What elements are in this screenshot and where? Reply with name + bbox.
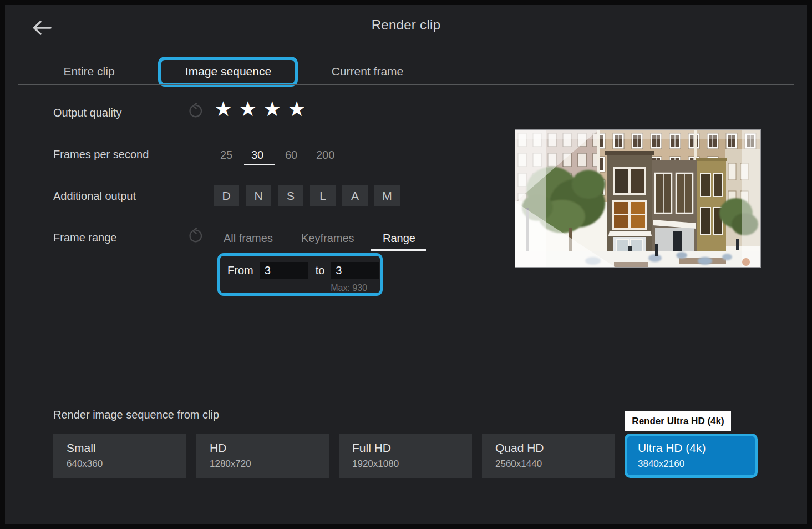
page-title: Render clip (5, 17, 807, 33)
fps-option-200[interactable]: 200 (316, 149, 334, 162)
from-input[interactable] (260, 262, 308, 279)
additional-output-button-d[interactable]: D (214, 185, 239, 206)
frame-range-option-range[interactable]: Range (383, 232, 415, 245)
resolution-name: Small (67, 441, 186, 455)
frame-range-label: Frame range (53, 231, 117, 244)
fps-option-25[interactable]: 25 (220, 149, 232, 162)
from-label: From (227, 264, 253, 277)
resolution-name: Ultra HD (4k) (638, 441, 755, 455)
tab-divider (18, 84, 794, 85)
render-clip-dialog: Render clip Entire clip Image sequence C… (5, 5, 807, 524)
tab-current-frame[interactable]: Current frame (298, 59, 437, 84)
resolution-button-hd[interactable]: HD 1280x720 (196, 434, 329, 478)
resolution-size: 2560x1440 (495, 459, 615, 470)
to-input[interactable] (331, 262, 379, 279)
resolution-name: HD (210, 441, 329, 455)
resolution-name: Quad HD (495, 441, 615, 455)
tab-image-sequence[interactable]: Image sequence (159, 59, 298, 84)
additional-output-label: Additional output (53, 190, 136, 203)
additional-output-button-a[interactable]: A (342, 185, 368, 206)
undo-icon (187, 228, 204, 246)
additional-output-button-n[interactable]: N (246, 185, 271, 206)
resolution-button-ultra-hd[interactable]: Ultra HD (4k) 3840x2160 (625, 434, 758, 478)
frame-range-option-keyframes[interactable]: Keyframes (301, 232, 354, 245)
output-quality-label: Output quality (53, 107, 121, 119)
render-section-label: Render image sequence from clip (53, 409, 219, 421)
preview-image (515, 129, 761, 268)
resolution-button-quad-hd[interactable]: Quad HD 2560x1440 (482, 434, 615, 478)
fps-option-60[interactable]: 60 (285, 149, 297, 162)
star-icon[interactable]: ★ (238, 98, 263, 120)
star-icon[interactable]: ★ (214, 98, 238, 120)
max-frames-hint: Max: 930 (331, 283, 367, 293)
resolution-size: 1920x1080 (352, 459, 472, 470)
resolution-button-full-hd[interactable]: Full HD 1920x1080 (339, 434, 472, 478)
frame-range-option-all-frames[interactable]: All frames (224, 232, 273, 245)
fps-option-30[interactable]: 30 (251, 149, 263, 162)
range-selected-underline (371, 249, 426, 251)
fps-label: Frames per second (53, 148, 149, 161)
star-icon[interactable]: ★ (288, 98, 312, 120)
render-tooltip: Render Ultra HD (4k) (625, 411, 731, 431)
tab-entire-clip[interactable]: Entire clip (19, 59, 159, 84)
output-quality-reset-button[interactable] (186, 103, 204, 121)
frame-range-reset-button[interactable] (186, 228, 204, 246)
undo-icon (187, 103, 204, 122)
resolution-size: 1280x720 (210, 459, 329, 470)
resolution-size: 3840x2160 (638, 459, 755, 470)
to-label: to (316, 264, 325, 277)
additional-output-button-l[interactable]: L (310, 185, 336, 206)
tab-bar: Entire clip Image sequence Current frame (19, 59, 437, 84)
star-icon[interactable]: ★ (263, 98, 287, 120)
star-rating: ★★★★ (214, 98, 312, 120)
resolution-button-small[interactable]: Small 640x360 (53, 434, 186, 478)
resolution-size: 640x360 (67, 459, 186, 470)
fps-selected-underline (244, 164, 275, 165)
resolution-name: Full HD (352, 441, 472, 455)
additional-output-group: D N S L A M (214, 185, 400, 206)
additional-output-button-s[interactable]: S (278, 185, 303, 206)
range-callout: From to Max: 930 (217, 253, 383, 296)
additional-output-button-m[interactable]: M (374, 185, 400, 206)
